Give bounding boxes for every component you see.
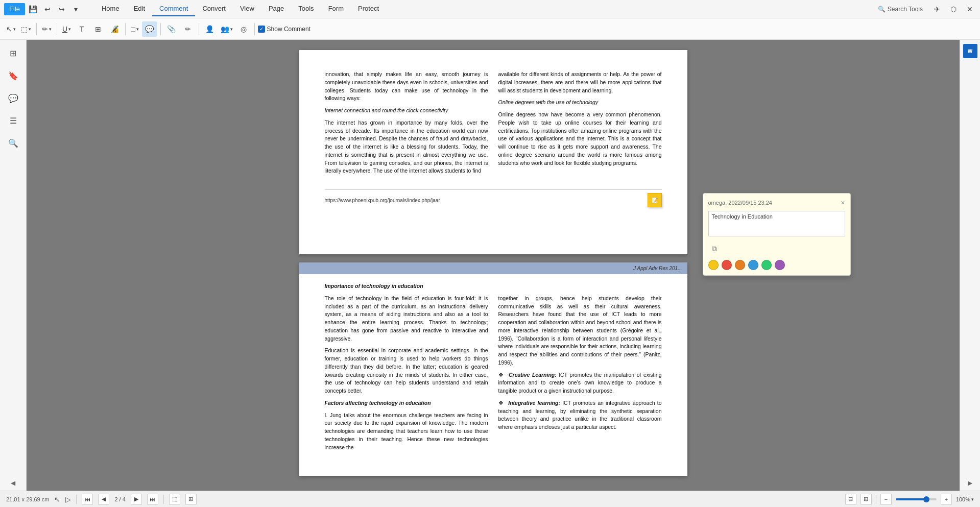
layout-btn[interactable]: ⊞ [861, 494, 872, 505]
page-url: https://www.phoenixpub.org/journals/inde… [325, 197, 440, 204]
close-icon[interactable]: ✕ [964, 3, 976, 15]
word-badge[interactable]: W [963, 44, 977, 58]
nav-home[interactable]: Home [94, 2, 127, 16]
bottom-bar: 21,01 x 29,69 cm ↖ ▷ ⏮ ◀ 2 / 4 ▶ ⏭ ⬚ ⊞ ⊟… [0, 491, 980, 507]
fit-page-btn[interactable]: ⊟ [845, 494, 856, 505]
p2-c2-creative: ❖ Creative Learning: ICT promotes the ma… [498, 371, 662, 395]
p1-c1-text1: innovation, that simply makes life an ea… [325, 70, 488, 103]
color-red[interactable] [722, 260, 732, 270]
bookmark-panel-btn[interactable]: 🔖 [4, 66, 22, 85]
redo-icon[interactable]: ↪ [56, 3, 68, 15]
nav-tools[interactable]: Tools [291, 2, 321, 16]
file-button[interactable]: File [4, 3, 25, 15]
snapshot-icon: ⬚ [21, 25, 28, 33]
color-purple[interactable] [775, 260, 785, 270]
search-panel-icon: 🔍 [8, 138, 18, 148]
show-comment-checkbox[interactable]: ✓ [258, 26, 265, 33]
sidebar-collapse-btn[interactable]: ◀ [11, 479, 15, 487]
bottom-separator-3 [876, 495, 876, 504]
zoom-out-btn[interactable]: − [880, 494, 892, 505]
underline-tool-btn[interactable]: U ▾ [60, 24, 73, 34]
send-icon[interactable]: ✈ [931, 3, 943, 15]
page-next-btn[interactable]: ▶ [131, 494, 142, 505]
select-tool-btn[interactable]: ↖ ▾ [4, 24, 18, 34]
comment-author-datetime: omega, 2022/09/15 23:24 [708, 200, 772, 206]
dimensions-label: 21,01 x 29,69 cm [6, 496, 49, 502]
url-line: https://www.phoenixpub.org/journals/inde… [325, 189, 662, 207]
comment-panel-btn[interactable]: 💬 [4, 89, 22, 107]
page-2-columns: The role of technology in the field of e… [325, 295, 662, 456]
zoom-level-label: 100% [956, 496, 970, 502]
pages-panel-btn[interactable]: ⊞ [4, 44, 22, 62]
color-yellow[interactable] [708, 260, 719, 270]
nav-convert[interactable]: Convert [195, 2, 233, 16]
pages-panel-icon: ⊞ [10, 49, 16, 58]
page-last-btn[interactable]: ⏭ [147, 494, 158, 505]
layers-panel-btn[interactable]: ☰ [4, 111, 22, 130]
rectangle-tool-btn[interactable]: □ ▾ [129, 24, 140, 34]
page-prev-btn[interactable]: ◀ [98, 494, 109, 505]
comment-text-input[interactable]: Technology in Education [708, 211, 845, 236]
dropdown-arrow-icon[interactable]: ▾ [70, 3, 82, 15]
text-insert-btn[interactable]: T [74, 21, 89, 37]
page-1-col1: innovation, that simply makes life an ea… [325, 70, 488, 179]
select-text-btn[interactable]: ▷ [65, 495, 71, 503]
zoom-slider[interactable] [896, 498, 937, 500]
comment-tool-btn[interactable]: 💬 [142, 21, 157, 37]
journal-name: J Appl Adv Res 201... [633, 265, 682, 271]
save-icon[interactable]: 💾 [27, 3, 39, 15]
stamp-btn[interactable]: 🔏 [107, 21, 122, 37]
nav-page[interactable]: Page [261, 2, 291, 16]
highlight-dropdown-arrow: ▾ [49, 27, 52, 32]
pointer-tool-btn[interactable]: ↖ [54, 495, 60, 503]
toolbar-separator-6 [254, 23, 255, 35]
user-group-btn[interactable]: 👥 ▾ [219, 24, 235, 34]
toolbar-separator-4 [160, 23, 161, 35]
color-blue[interactable] [748, 260, 758, 270]
snapshot-tool-btn[interactable]: ⬚ ▾ [19, 24, 33, 34]
nav-form[interactable]: Form [321, 2, 351, 16]
p1-c2-text2: Online degrees now have become a very co… [498, 111, 662, 167]
eraser-btn[interactable]: ◎ [236, 21, 251, 37]
document-area[interactable]: innovation, that simply makes life an ea… [27, 40, 960, 491]
maximize-icon[interactable]: ⬡ [947, 3, 960, 15]
color-green[interactable] [761, 260, 772, 270]
highlight-tool-btn[interactable]: ✏ ▾ [40, 24, 54, 34]
zoom-level-dropdown[interactable]: 100% ▾ [956, 496, 974, 502]
page-slash: / [119, 496, 121, 502]
color-orange[interactable] [735, 260, 745, 270]
undo-icon[interactable]: ↩ [41, 3, 54, 15]
page-indicator: 2 / 4 [114, 496, 125, 502]
single-page-btn[interactable]: ⬚ [169, 494, 180, 505]
attach-btn[interactable]: 📎 [164, 21, 179, 37]
zoom-dropdown-arrow: ▾ [971, 497, 974, 502]
callout-btn[interactable]: ⊞ [90, 21, 106, 37]
right-sidebar-collapse-btn[interactable]: ▶ [968, 479, 972, 487]
multi-page-btn[interactable]: ⊞ [185, 494, 197, 505]
nav-comment[interactable]: Comment [152, 2, 195, 16]
page-2: J Appl Adv Res 201... Importance of tech… [299, 262, 687, 476]
page-first-btn[interactable]: ⏮ [82, 494, 93, 505]
bottom-right-section: ⊟ ⊞ − + 100% ▾ [845, 494, 974, 505]
nav-view[interactable]: View [233, 2, 261, 16]
user-single-btn[interactable]: 👤 [202, 21, 218, 37]
markup-icon: ✏ [185, 25, 191, 33]
copy-text-icon[interactable]: ⧉ [708, 243, 721, 255]
toolbar-separator-3 [125, 23, 126, 35]
markup-btn[interactable]: ✏ [180, 21, 196, 37]
popup-close-btn[interactable]: × [841, 199, 845, 207]
nav-protect[interactable]: Protect [351, 2, 386, 16]
main-area: ⊞ 🔖 💬 ☰ 🔍 ◀ innovation, that simply make… [0, 40, 980, 491]
left-sidebar: ⊞ 🔖 💬 ☰ 🔍 ◀ [0, 40, 27, 491]
show-comment-toggle[interactable]: ✓ Show Comment [258, 26, 310, 33]
search-tools-button[interactable]: 🔍 Search Tools [874, 4, 927, 14]
color-picker-row [708, 260, 845, 270]
page2-journal-header: J Appl Adv Res 201... [299, 262, 687, 274]
nav-edit[interactable]: Edit [127, 2, 152, 16]
zoom-in-btn[interactable]: + [941, 494, 952, 505]
search-panel-btn[interactable]: 🔍 [4, 134, 22, 152]
menu-bar: File 💾 ↩ ↪ ▾ Home Edit Comment Convert V… [0, 0, 980, 18]
text-insert-icon: T [80, 25, 84, 33]
p2-section-title: Importance of technology in education [325, 282, 662, 291]
sticky-note-icon[interactable]: 📝 [648, 193, 662, 207]
